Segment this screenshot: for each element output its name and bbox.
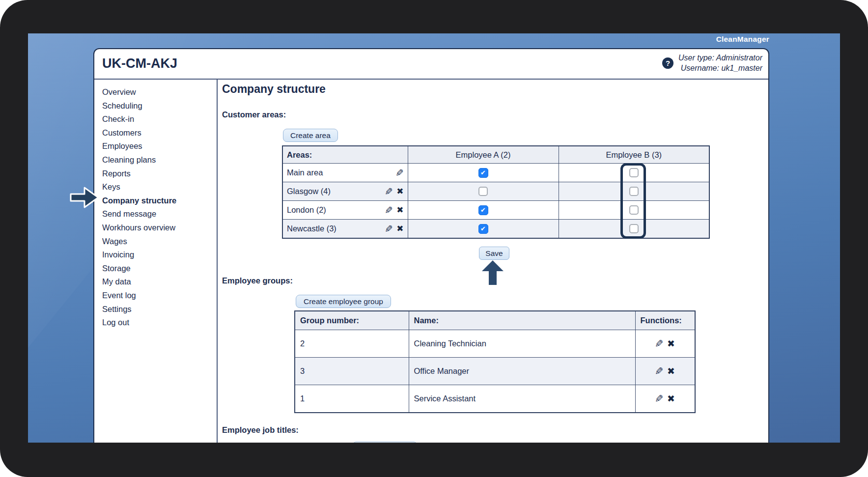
area-name: Main area (287, 168, 323, 177)
groups-column-header: Group number: (295, 311, 409, 330)
delete-icon[interactable]: ✖ (667, 394, 675, 403)
user-type-text: User type: Administrator (678, 53, 762, 63)
create-area-button[interactable]: Create area (283, 129, 338, 142)
sidebar-item-overview[interactable]: Overview (102, 85, 217, 99)
device-frame: CleanManager UK-CM-AKJ ? User type: Admi… (0, 0, 868, 477)
edit-icon[interactable]: ✎ (385, 187, 393, 196)
sidebar-item-my-data[interactable]: My data (102, 275, 217, 289)
group-name: Service Assistant (409, 385, 635, 413)
group-number: 2 (295, 330, 409, 358)
sidebar-item-scheduling[interactable]: Scheduling (102, 99, 217, 113)
sidebar-item-log-out[interactable]: Log out (102, 316, 217, 330)
sidebar-item-customers[interactable]: Customers (102, 126, 217, 140)
group-number: 1 (295, 385, 409, 413)
group-number: 3 (295, 358, 409, 385)
areas-column-header: Employee A (2) (408, 146, 559, 164)
employee-groups-table: Group number:Name:Functions: 2Cleaning T… (294, 310, 696, 413)
save-button[interactable]: Save (479, 247, 509, 260)
edit-icon[interactable]: ✎ (655, 393, 664, 404)
brand-watermark: CleanManager (716, 35, 769, 44)
area-name: Newcastle (3) (287, 224, 336, 233)
edit-icon[interactable]: ✎ (395, 168, 404, 178)
sidebar-item-check-in[interactable]: Check-in (102, 112, 217, 126)
sidebar-item-keys[interactable]: Keys (102, 180, 217, 194)
checkbox-employee-a-london-2[interactable]: ✔ (478, 205, 488, 215)
annotation-arrow-company-structure (69, 185, 101, 210)
sidebar-item-reports[interactable]: Reports (102, 167, 217, 181)
employee-groups-label: Employee groups: (222, 276, 293, 285)
delete-icon[interactable]: ✖ (396, 224, 403, 233)
sidebar-item-cleaning-plans[interactable]: Cleaning plans (102, 153, 217, 167)
sidebar-item-workhours-overview[interactable]: Workhours overview (102, 221, 217, 235)
delete-icon[interactable]: ✖ (667, 339, 675, 348)
customer-areas-label: Customer areas: (222, 110, 286, 119)
area-name: London (2) (287, 205, 326, 215)
groups-column-header: Functions: (635, 311, 695, 330)
checkbox-employee-a-glasgow-4[interactable] (478, 187, 488, 196)
group-row: 3Office Manager✎✖ (295, 358, 695, 385)
edit-icon[interactable]: ✎ (385, 205, 393, 215)
area-name: Glasgow (4) (287, 187, 331, 196)
sidebar-item-invoicing[interactable]: Invoicing (102, 248, 217, 262)
group-row: 1Service Assistant✎✖ (295, 385, 695, 413)
group-name: Cleaning Technician (409, 330, 635, 358)
sidebar-item-employees[interactable]: Employees (102, 140, 217, 153)
sidebar-item-send-message[interactable]: Send message (102, 207, 217, 221)
window-header: UK-CM-AKJ ? User type: Administrator Use… (94, 49, 768, 80)
sidebar-item-wages[interactable]: Wages (102, 235, 217, 249)
areas-header-row: Areas:Employee A (2)Employee B (3) (282, 146, 709, 164)
sidebar-nav: OverviewSchedulingCheck-inCustomersEmplo… (94, 80, 218, 443)
areas-column-header: Areas: (282, 146, 408, 164)
create-employee-group-button[interactable]: Create employee group (296, 295, 391, 308)
company-code-title: UK-CM-AKJ (102, 56, 177, 71)
sidebar-item-storage[interactable]: Storage (102, 262, 217, 276)
sidebar-item-settings[interactable]: Settings (102, 303, 217, 316)
partially-visible-button[interactable] (352, 442, 418, 443)
help-icon[interactable]: ? (662, 57, 673, 69)
main-content: Company structure Customer areas: Create… (218, 80, 768, 443)
edit-icon[interactable]: ✎ (655, 366, 664, 376)
user-info: ? User type: Administrator Username: uk1… (662, 53, 762, 73)
employee-job-titles-label: Employee job titles: (222, 425, 299, 435)
edit-icon[interactable]: ✎ (655, 338, 664, 349)
delete-icon[interactable]: ✖ (396, 206, 403, 214)
sidebar-item-event-log[interactable]: Event log (102, 289, 217, 303)
delete-icon[interactable]: ✖ (396, 187, 403, 196)
annotation-highlight-employee-b-column (620, 163, 646, 239)
page-heading: Company structure (222, 83, 326, 96)
annotation-arrow-save (481, 260, 504, 285)
groups-header-row: Group number:Name:Functions: (295, 311, 695, 330)
edit-icon[interactable]: ✎ (385, 224, 393, 234)
checkbox-employee-a-main-area[interactable]: ✔ (478, 168, 488, 178)
groups-column-header: Name: (409, 311, 635, 330)
checkbox-employee-a-newcastle-3[interactable]: ✔ (478, 224, 488, 234)
username-text: Username: uk1_master (678, 63, 762, 73)
areas-column-header: Employee B (3) (559, 146, 709, 164)
delete-icon[interactable]: ✖ (667, 366, 675, 376)
group-name: Office Manager (409, 358, 635, 385)
sidebar-item-company-structure[interactable]: Company structure (102, 194, 217, 208)
app-window: UK-CM-AKJ ? User type: Administrator Use… (93, 48, 769, 443)
group-row: 2Cleaning Technician✎✖ (295, 330, 695, 358)
